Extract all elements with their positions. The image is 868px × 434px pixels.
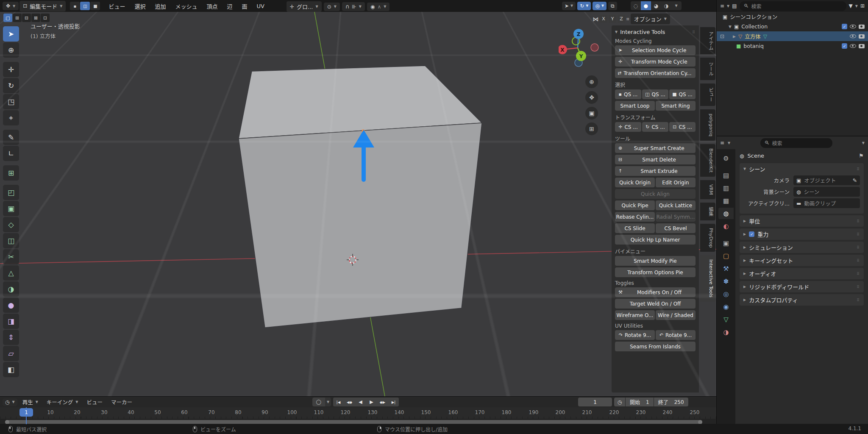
xray-toggle[interactable]: ⧉: [608, 2, 617, 10]
mirror-icon[interactable]: ⋈: [593, 16, 598, 22]
tab-polygoniq[interactable]: polygoniq: [700, 109, 715, 141]
panel-header[interactable]: ▼ Interactive Tools ⠿: [615, 29, 696, 35]
tool-move[interactable]: ✛: [3, 62, 19, 77]
tab-phydrop[interactable]: PhyDrop: [700, 224, 715, 252]
wire-shaded-button[interactable]: Wire / Shaded: [656, 310, 696, 320]
edge-select-mode-button[interactable]: ◫: [80, 2, 90, 10]
gravity-checkbox[interactable]: ✓: [749, 231, 754, 237]
transform-orientation-cycle-button[interactable]: ⇄Transform Orientation Cy...: [615, 68, 696, 78]
tab-modifiers[interactable]: ⚒: [718, 263, 734, 274]
active-clip-field[interactable]: ▬ 動画クリップ: [793, 198, 860, 208]
menu-keying[interactable]: キーイング▼: [43, 398, 82, 406]
tool-cursor[interactable]: ⊕: [3, 42, 19, 58]
qs-vertex-button[interactable]: ▪QS ...: [615, 89, 641, 99]
new-collection-icon[interactable]: ⊞: [860, 3, 865, 9]
tab-view-layer[interactable]: ▦: [718, 195, 734, 206]
start-frame-field[interactable]: 開始1: [626, 398, 654, 406]
menu-view[interactable]: ビュー: [104, 1, 129, 11]
mode-dropdown[interactable]: ⊡ 編集モード ▼: [19, 1, 66, 11]
toggle-grid-button[interactable]: ⊞: [585, 122, 598, 135]
select-intersect-button[interactable]: ⊡: [41, 14, 50, 22]
tab-render[interactable]: ▤: [718, 170, 734, 181]
menu-uv[interactable]: UV: [253, 2, 269, 11]
play-reverse-button[interactable]: ◀: [355, 398, 366, 406]
tool-add-cube[interactable]: ⊞: [3, 165, 19, 181]
camera-view-button[interactable]: ▣: [585, 107, 598, 120]
menu-playback[interactable]: 再生▼: [19, 398, 42, 406]
cs-bevel-button[interactable]: CS Bevel: [656, 223, 696, 233]
tab-tool[interactable]: ツール: [700, 58, 715, 80]
editor-type-button[interactable]: ✥▼: [3, 2, 19, 10]
simulation-section[interactable]: ▶シミュレーション⠿: [740, 242, 864, 253]
tab-interactive-tools[interactable]: Interactive Tools: [700, 255, 715, 302]
tab-vrm[interactable]: VRM: [700, 180, 715, 199]
hide-eye-icon[interactable]: [850, 25, 856, 28]
tool-shrink-fatten[interactable]: ⇕: [3, 330, 19, 345]
section-grip[interactable]: ⠿: [857, 167, 860, 171]
menu-marker[interactable]: マーカー: [108, 398, 136, 406]
shading-wireframe-button[interactable]: ◌: [631, 1, 641, 10]
outliner-search[interactable]: 🔍︎ 検索: [740, 1, 846, 11]
end-frame-field[interactable]: 終了250: [654, 398, 688, 406]
panel-grip[interactable]: ⠿: [692, 30, 696, 34]
transform-options-pie-button[interactable]: Transform Options Pie: [615, 267, 696, 277]
tab-material[interactable]: ◑: [718, 326, 734, 338]
select-set-button[interactable]: ▢: [3, 14, 12, 22]
menu-view[interactable]: ビュー: [83, 398, 106, 406]
scene-section-header[interactable]: ▼ シーン ⠿: [740, 163, 864, 175]
pan-button[interactable]: ✥: [585, 91, 598, 104]
timeline-editor-type-button[interactable]: ◷▼: [3, 398, 17, 406]
units-section[interactable]: ▶単位⠿: [740, 215, 864, 227]
menu-vertex[interactable]: 頂点: [203, 1, 222, 11]
menu-mesh[interactable]: メッシュ: [171, 1, 202, 11]
viewport-3d[interactable]: ▢ ⊞ ⊟ ⊠ ⊡ ⋈ X Y Z ⌗ オプション▼ ユーザー・透視投影 (1)…: [0, 12, 716, 396]
current-frame-badge[interactable]: 1: [19, 408, 33, 417]
eyedropper-icon[interactable]: ✎: [853, 177, 857, 184]
edit-origin-button[interactable]: Edit Origin: [656, 178, 696, 187]
filter-restrictions-icon[interactable]: ▤: [732, 3, 737, 9]
cube-front-face[interactable]: [239, 123, 482, 328]
select-subtract-button[interactable]: ⊟: [22, 14, 31, 22]
display-mode-icon[interactable]: ≡: [720, 3, 724, 9]
smart-extrude-button[interactable]: ↑Smart Extrude: [615, 166, 696, 176]
tool-rotate[interactable]: ↻: [3, 78, 19, 93]
show-gizmo-dropdown[interactable]: ➤▼: [562, 2, 576, 10]
tool-spin[interactable]: ◑: [3, 281, 19, 297]
smart-modify-pie-button[interactable]: Smart Modify Pie: [615, 256, 696, 266]
super-smart-create-button[interactable]: ⊕Super Smart Create: [615, 143, 696, 153]
pivot-dropdown[interactable]: ⊙▼: [324, 3, 340, 11]
tool-bevel[interactable]: ◇: [3, 217, 19, 232]
shading-dropdown[interactable]: ▼: [671, 1, 682, 10]
expand-chevron[interactable]: ▶: [733, 34, 736, 39]
tool-shear[interactable]: ▱: [3, 346, 19, 361]
zoom-button[interactable]: ⊕: [585, 75, 598, 88]
tool-inset-faces[interactable]: ▣: [3, 201, 19, 216]
face-select-mode-button[interactable]: ■: [90, 2, 100, 10]
quick-pipe-button[interactable]: Quick Pipe: [615, 200, 655, 210]
qs-face-button[interactable]: ■QS ...: [669, 89, 696, 99]
navigation-gizmo[interactable]: Z X Y: [559, 25, 605, 71]
rotate-cw-button[interactable]: ↷Rotate 9...: [615, 330, 655, 340]
hide-eye-icon[interactable]: [850, 34, 856, 38]
tool-rip-region[interactable]: ◧: [3, 362, 19, 377]
mirror-z-button[interactable]: Z: [618, 15, 625, 23]
hide-eye-icon[interactable]: [850, 44, 856, 48]
outliner-row-collection[interactable]: ▼ ▣ Collection ✓: [717, 22, 868, 31]
tool-edge-slide[interactable]: ◨: [3, 314, 19, 329]
smart-ring-button[interactable]: Smart Ring: [656, 101, 696, 111]
proportional-edit-controls[interactable]: ◉ ∧▼: [367, 3, 389, 11]
tab-scene[interactable]: ◍: [718, 208, 734, 219]
bg-scene-field[interactable]: ◍ シーン: [793, 187, 860, 197]
cs-move-button[interactable]: ✛CS ...: [615, 122, 641, 132]
menu-select[interactable]: 選択: [130, 1, 150, 11]
tab-view[interactable]: ビュー: [700, 83, 715, 106]
properties-editor-icon[interactable]: ≡: [720, 140, 724, 146]
tab-blenderkit[interactable]: BlenderKit: [700, 144, 715, 177]
vertex-select-mode-button[interactable]: ▪: [70, 2, 80, 10]
tool-poly-build[interactable]: △: [3, 265, 19, 281]
menu-face[interactable]: 面: [238, 1, 252, 11]
modifiers-toggle-button[interactable]: ⚒Modifiers On / Off: [615, 287, 696, 297]
seams-from-islands-button[interactable]: Seams From Islands: [615, 342, 696, 351]
menu-edge[interactable]: 辺: [223, 1, 237, 11]
tab-particles[interactable]: ✽: [718, 275, 734, 287]
